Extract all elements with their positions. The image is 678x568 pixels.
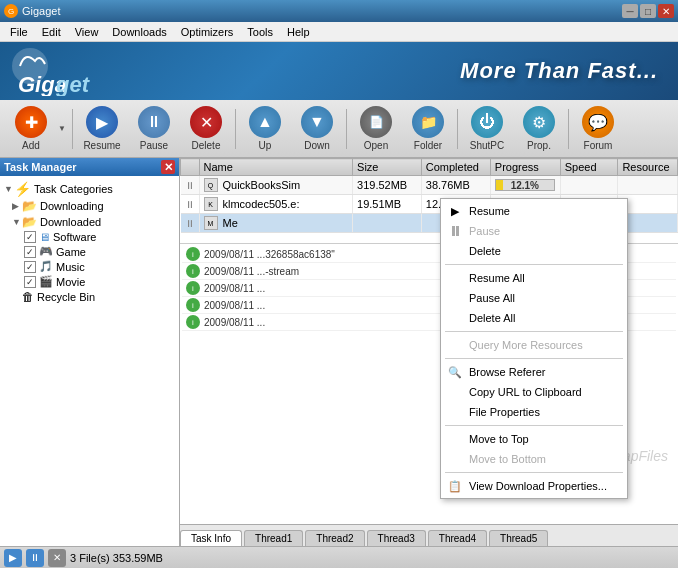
pause-button[interactable]: ⏸ Pause xyxy=(129,104,179,154)
tab-thread1[interactable]: Thread1 xyxy=(244,530,303,546)
col-header-name[interactable]: Name xyxy=(199,159,353,176)
menu-tools[interactable]: Tools xyxy=(241,24,279,40)
tab-thread3[interactable]: Thread3 xyxy=(367,530,426,546)
ctx-query-resources: Query More Resources xyxy=(441,335,627,355)
ctx-delete-icon xyxy=(447,243,463,259)
ctx-move-top[interactable]: Move to Top xyxy=(441,429,627,449)
menu-view[interactable]: View xyxy=(69,24,105,40)
tree-label-music: Music xyxy=(56,261,85,273)
menu-file[interactable]: File xyxy=(4,24,34,40)
toolbar-divider-1 xyxy=(72,109,73,149)
tree-item-movie[interactable]: ✓ 🎬 Movie xyxy=(0,274,179,289)
ctx-delete-all[interactable]: Delete All xyxy=(441,308,627,328)
info-icon: i xyxy=(186,264,200,278)
status-btn-1[interactable]: ▶ xyxy=(4,549,22,567)
open-button[interactable]: 📄 Open xyxy=(351,104,401,154)
prop-icon: ⚙ xyxy=(523,106,555,138)
tree-label-game: Game xyxy=(56,246,86,258)
menu-optimizers[interactable]: Optimizers xyxy=(175,24,240,40)
title-bar: G Gigaget ─ □ ✕ xyxy=(0,0,678,22)
row-name: Q QuickBooksSim xyxy=(199,176,353,195)
add-dropdown-arrow[interactable]: ▼ xyxy=(56,104,68,154)
add-button[interactable]: ✚ Add xyxy=(6,104,56,154)
tab-task-info[interactable]: Task Info xyxy=(180,530,242,546)
tree-label-movie: Movie xyxy=(56,276,85,288)
col-header-resource[interactable]: Resource xyxy=(618,159,678,176)
shutpc-button[interactable]: ⏻ ShutPC xyxy=(462,104,512,154)
tree-arrow-downloaded: ▼ xyxy=(12,217,22,227)
table-row[interactable]: ⏸ Q QuickBooksSim 319.52MB 38.76MB xyxy=(181,176,678,195)
row-name: K klmcodec505.e: xyxy=(199,195,353,214)
folder-button[interactable]: 📁 Folder xyxy=(403,104,453,154)
ctx-view-download-properties[interactable]: 📋 View Download Properties... xyxy=(441,476,627,496)
context-menu: ▶ Resume Pause Delete Resume All Pause A… xyxy=(440,198,628,499)
info-icon: i xyxy=(186,281,200,295)
ctx-pause-all[interactable]: Pause All xyxy=(441,288,627,308)
title-bar-controls: ─ □ ✕ xyxy=(622,4,674,18)
info-text: 2009/08/11 ...326858ac6138" xyxy=(204,249,335,260)
close-button[interactable]: ✕ xyxy=(658,4,674,18)
info-text: 2009/08/11 ... xyxy=(204,283,265,294)
pause-label: Pause xyxy=(140,140,168,151)
resume-button[interactable]: ▶ Resume xyxy=(77,104,127,154)
prop-button[interactable]: ⚙ Prop. xyxy=(514,104,564,154)
task-manager-title: Task Manager xyxy=(4,161,77,173)
delete-button[interactable]: ✕ Delete xyxy=(181,104,231,154)
file-icon: K xyxy=(204,197,218,211)
tree-arrow-downloading: ▶ xyxy=(12,201,22,211)
title-bar-left: G Gigaget xyxy=(4,4,61,18)
tree-item-recycle-bin[interactable]: ▶ 🗑 Recycle Bin xyxy=(0,289,179,305)
checkbox-movie[interactable]: ✓ xyxy=(24,276,36,288)
delete-label: Delete xyxy=(192,140,221,151)
task-manager-close-button[interactable]: ✕ xyxy=(161,160,175,174)
up-button[interactable]: ▲ Up xyxy=(240,104,290,154)
ctx-copy-url[interactable]: Copy URL to Clipboard xyxy=(441,382,627,402)
ctx-resume[interactable]: ▶ Resume xyxy=(441,201,627,221)
tree-label-downloaded: Downloaded xyxy=(40,216,101,228)
ctx-resume-all[interactable]: Resume All xyxy=(441,268,627,288)
menu-edit[interactable]: Edit xyxy=(36,24,67,40)
window-title: Gigaget xyxy=(22,5,61,17)
checkbox-software[interactable]: ✓ xyxy=(24,231,36,243)
tree-item-root[interactable]: ▼ ⚡ Task Categories xyxy=(0,180,179,198)
progress-bar: 12.1% xyxy=(495,179,555,191)
col-header-completed[interactable]: Completed xyxy=(421,159,490,176)
tab-thread2[interactable]: Thread2 xyxy=(305,530,364,546)
software-icon: 🖥 xyxy=(39,231,50,243)
ctx-resume-icon: ▶ xyxy=(447,203,463,219)
info-icon: i xyxy=(186,315,200,329)
status-btn-2[interactable]: ⏸ xyxy=(26,549,44,567)
ctx-file-properties[interactable]: File Properties xyxy=(441,402,627,422)
banner-logo: Giga get xyxy=(10,47,100,95)
checkbox-music[interactable]: ✓ xyxy=(24,261,36,273)
tree-item-music[interactable]: ✓ 🎵 Music xyxy=(0,259,179,274)
task-manager-header: Task Manager ✕ xyxy=(0,158,179,176)
pause-icon: ⏸ xyxy=(185,218,195,229)
app-icon: G xyxy=(4,4,18,18)
checkbox-game[interactable]: ✓ xyxy=(24,246,36,258)
col-header-progress[interactable]: Progress xyxy=(490,159,560,176)
maximize-button[interactable]: □ xyxy=(640,4,656,18)
tab-thread4[interactable]: Thread4 xyxy=(428,530,487,546)
tree-item-software[interactable]: ✓ 🖥 Software xyxy=(0,230,179,244)
tree-item-downloaded[interactable]: ▼ 📂 Downloaded xyxy=(0,214,179,230)
down-button[interactable]: ▼ Down xyxy=(292,104,342,154)
toolbar-divider-2 xyxy=(235,109,236,149)
tree-label-software: Software xyxy=(53,231,96,243)
tab-thread5[interactable]: Thread5 xyxy=(489,530,548,546)
col-header-speed[interactable]: Speed xyxy=(560,159,618,176)
resume-icon: ▶ xyxy=(86,106,118,138)
ctx-browse-referer[interactable]: 🔍 Browse Referer xyxy=(441,362,627,382)
tree-item-game[interactable]: ✓ 🎮 Game xyxy=(0,244,179,259)
up-label: Up xyxy=(259,140,272,151)
status-btn-3[interactable]: ✕ xyxy=(48,549,66,567)
menu-downloads[interactable]: Downloads xyxy=(106,24,172,40)
row-name-text: klmcodec505.e: xyxy=(223,198,300,210)
minimize-button[interactable]: ─ xyxy=(622,4,638,18)
menu-help[interactable]: Help xyxy=(281,24,316,40)
col-header-size[interactable]: Size xyxy=(353,159,422,176)
ctx-delete[interactable]: Delete xyxy=(441,241,627,261)
main-area: Task Manager ✕ ▼ ⚡ Task Categories ▶ 📂 D… xyxy=(0,158,678,546)
forum-button[interactable]: 💬 Forum xyxy=(573,104,623,154)
tree-item-downloading[interactable]: ▶ 📂 Downloading xyxy=(0,198,179,214)
